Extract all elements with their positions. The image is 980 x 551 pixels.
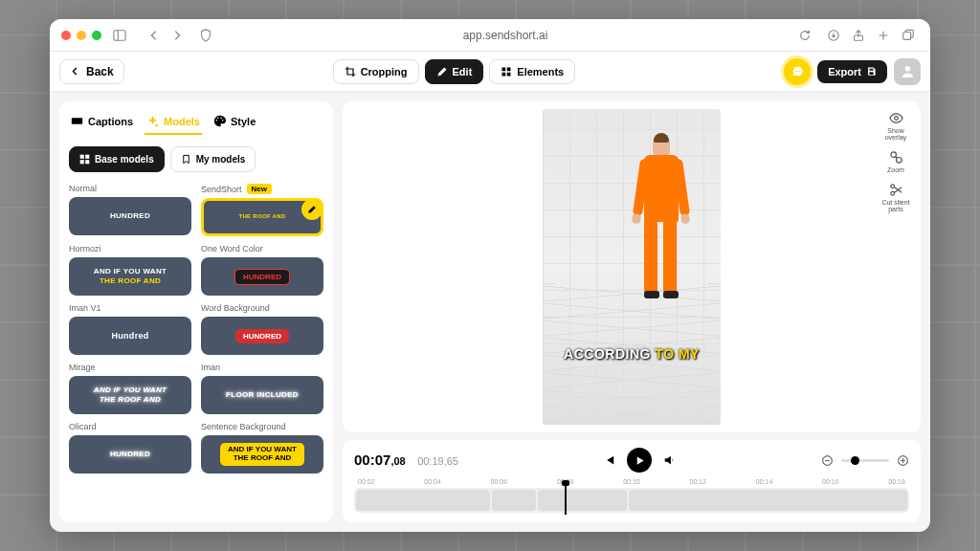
svg-point-10	[797, 71, 798, 72]
model-label: Hormozi	[69, 244, 191, 253]
model-olicard[interactable]: HUNDRED	[69, 435, 191, 474]
models-grid: Normal HUNDRED SendShortNew THE ROOF AND…	[69, 184, 323, 474]
model-iman[interactable]: FLOOR INCLUDED	[201, 376, 323, 414]
maximize-window[interactable]	[92, 31, 101, 40]
model-label: Normal	[69, 184, 191, 193]
sidebar: Captions Models Style Base models	[59, 101, 333, 522]
edit-model-button[interactable]	[301, 199, 323, 220]
show-overlay-button[interactable]: Show overlay	[879, 111, 913, 141]
svg-rect-17	[85, 160, 89, 164]
model-label: Mirage	[69, 363, 191, 372]
chat-icon	[791, 65, 804, 77]
tabs-icon[interactable]	[898, 25, 919, 46]
back-button[interactable]: Back	[59, 59, 124, 84]
sidebar-tab-style[interactable]: Style	[213, 115, 256, 135]
svg-rect-15	[85, 155, 89, 159]
model-imanv1[interactable]: Hundred	[69, 317, 191, 355]
svg-point-12	[904, 66, 910, 72]
close-window[interactable]	[61, 31, 71, 40]
svg-rect-5	[502, 67, 506, 71]
model-label: Sentence Background	[201, 422, 323, 431]
download-icon[interactable]	[823, 25, 844, 46]
zoom-in-icon[interactable]	[897, 454, 909, 467]
zoom-out-icon[interactable]	[821, 454, 834, 467]
prev-button[interactable]	[602, 453, 615, 467]
model-label: SendShortNew	[201, 184, 323, 194]
caption-overlay: ACCORDING TO MY	[550, 346, 713, 362]
save-icon	[866, 66, 877, 77]
palette-icon	[213, 115, 226, 127]
timeline-clip[interactable]	[629, 490, 907, 511]
my-models-button[interactable]: My models	[170, 146, 256, 172]
reload-icon[interactable]	[794, 25, 815, 46]
main-area: Captions Models Style Base models	[50, 92, 930, 532]
svg-rect-7	[502, 72, 506, 76]
svg-rect-0	[114, 30, 125, 40]
url-bar[interactable]: app.sendshort.ai	[224, 29, 787, 42]
video-subject	[635, 136, 688, 308]
app-toolbar: Back Cropping Edit Elements Export	[50, 52, 930, 92]
grid-icon	[79, 154, 90, 165]
svg-point-18	[894, 117, 898, 121]
svg-point-22	[890, 191, 894, 195]
svg-rect-14	[80, 155, 84, 159]
side-tools: Show overlay Zoom Cut silent parts	[879, 111, 913, 212]
zoom-button[interactable]: Zoom	[879, 150, 913, 173]
play-button[interactable]	[627, 448, 652, 473]
timeline-clip[interactable]	[492, 490, 537, 511]
pencil-icon	[436, 66, 448, 77]
titlebar: app.sendshort.ai	[50, 19, 930, 52]
mode-tabs: Cropping Edit Elements	[333, 59, 576, 84]
user-avatar[interactable]	[894, 58, 921, 85]
nav-back-icon[interactable]	[144, 25, 165, 46]
sidebar-tab-captions[interactable]: Captions	[71, 115, 133, 135]
video-preview: ACCORDING TO MY Show overlay Zoom Cut si…	[343, 101, 921, 432]
volume-button[interactable]	[663, 453, 677, 467]
model-normal[interactable]: HUNDRED	[69, 197, 191, 235]
model-onewordcolor[interactable]: HUNDRED	[201, 257, 323, 296]
minimize-window[interactable]	[77, 31, 86, 40]
svg-point-9	[794, 71, 795, 72]
sidebar-tab-models[interactable]: Models	[146, 115, 200, 135]
model-type-toggle: Base models My models	[69, 146, 323, 172]
model-hormozi[interactable]: AND IF YOU WANTTHE ROOF AND	[69, 257, 191, 296]
cut-silent-button[interactable]: Cut silent parts	[879, 183, 913, 212]
timeline-ruler: 00:0200:0400:0600:0800:1000:1200:1400:16…	[354, 478, 909, 485]
user-icon	[901, 64, 915, 78]
export-button[interactable]: Export	[817, 60, 887, 83]
model-wordbg[interactable]: HUNDRED	[201, 317, 323, 355]
zoom-slider[interactable]	[841, 459, 889, 462]
svg-rect-13	[72, 118, 82, 124]
model-sendshort[interactable]: THE ROOF AND	[201, 198, 323, 236]
svg-rect-4	[903, 32, 911, 39]
model-mirage[interactable]: AND IF YOU WANTTHE ROOF AND	[69, 376, 191, 414]
model-sentencebg[interactable]: AND IF YOU WANTTHE ROOF AND	[201, 435, 323, 474]
shield-icon[interactable]	[195, 25, 216, 46]
base-models-button[interactable]: Base models	[69, 146, 165, 172]
elements-icon	[501, 66, 512, 77]
model-label: Word Background	[201, 303, 323, 313]
new-tab-icon[interactable]	[873, 25, 894, 46]
notification-button[interactable]	[784, 58, 811, 85]
model-label: Olicard	[69, 422, 191, 431]
timeline-panel: 00:07,08 00:19,65 00:0200:0	[343, 440, 921, 522]
share-icon[interactable]	[848, 25, 869, 46]
timeline-clip[interactable]	[538, 490, 627, 511]
tab-elements[interactable]: Elements	[489, 59, 575, 84]
eye-icon	[889, 111, 903, 125]
model-label: One Word Color	[201, 244, 323, 253]
playhead[interactable]	[565, 484, 567, 515]
tab-cropping[interactable]: Cropping	[333, 59, 419, 84]
bookmark-icon	[181, 154, 191, 165]
sidebar-tabs: Captions Models Style	[69, 111, 323, 135]
tab-edit[interactable]: Edit	[425, 59, 484, 84]
timeline-track[interactable]	[354, 488, 909, 513]
zoom-icon	[889, 150, 903, 165]
crop-icon	[345, 66, 356, 77]
sidebar-toggle-icon[interactable]	[109, 25, 130, 46]
video-frame[interactable]: ACCORDING TO MY	[543, 109, 721, 425]
nav-forward-icon[interactable]	[167, 25, 188, 46]
model-label: Iman V1	[69, 303, 191, 313]
new-badge: New	[247, 184, 272, 194]
timeline-clip[interactable]	[356, 490, 490, 511]
